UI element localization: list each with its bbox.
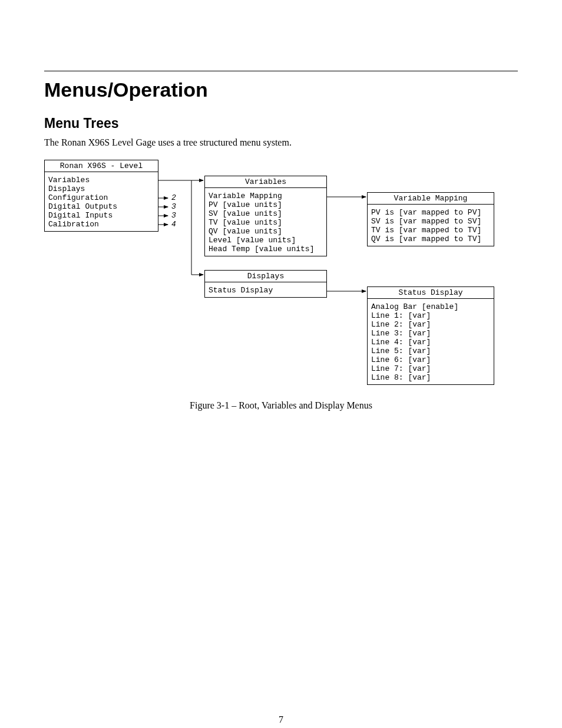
variables-item-pv: PV [value units] — [209, 200, 323, 209]
displays-menu-box: Displays Status Display — [204, 270, 327, 298]
root-menu-title: Ronan X96S - Level — [45, 160, 158, 172]
section-title: Menu Trees — [44, 116, 518, 131]
varmap-tv: TV is [var mapped to TV] — [371, 226, 490, 235]
variables-item-level: Level [value units] — [209, 236, 323, 245]
intro-text: The Ronan X96S Level Gage uses a tree st… — [44, 137, 518, 148]
root-annot-3b: 3 — [171, 211, 176, 220]
status-line-1: Line 1: [var] — [371, 311, 490, 320]
root-annot-2: 2 — [171, 193, 176, 202]
varmap-pv: PV is [var mapped to PV] — [371, 208, 490, 217]
status-line-8: Line 8: [var] — [371, 373, 490, 382]
figure-menu-tree: Ronan X96S - Level Variables Displays Co… — [44, 160, 515, 390]
displays-item-status: Status Display — [209, 286, 323, 295]
root-item-calibration: Calibration — [48, 220, 154, 229]
root-annot-4: 4 — [171, 220, 176, 229]
root-item-digital-outputs: Digital Outputs — [48, 202, 154, 211]
varmap-sv: SV is [var mapped to SV] — [371, 217, 490, 226]
varmap-qv: QV is [var mapped to TV] — [371, 235, 490, 243]
page-number: 7 — [0, 714, 562, 725]
status-line-7: Line 7: [var] — [371, 364, 490, 373]
variable-mapping-box: Variable Mapping PV is [var mapped to PV… — [367, 192, 494, 246]
variables-menu-title: Variables — [205, 176, 326, 188]
status-line-4: Line 4: [var] — [371, 338, 490, 347]
chapter-title: Menus/Operation — [44, 78, 518, 101]
displays-menu-title: Displays — [205, 271, 326, 282]
root-item-variables: Variables — [48, 176, 154, 185]
root-item-digital-inputs: Digital Inputs — [48, 211, 154, 220]
variables-item-sv: SV [value units] — [209, 209, 323, 218]
figure-caption: Figure 3-1 – Root, Variables and Display… — [44, 400, 518, 411]
variables-item-qv: QV [value units] — [209, 227, 323, 236]
root-menu-box: Ronan X96S - Level Variables Displays Co… — [44, 160, 158, 232]
variables-item-mapping: Variable Mapping — [209, 192, 323, 200]
variables-item-tv: TV [value units] — [209, 218, 323, 227]
root-annot-3a: 3 — [171, 202, 176, 211]
status-display-box: Status Display Analog Bar [enable] Line … — [367, 286, 494, 385]
root-item-displays: Displays — [48, 185, 154, 193]
status-line-5: Line 5: [var] — [371, 347, 490, 355]
status-display-title: Status Display — [368, 287, 494, 299]
status-line-2: Line 2: [var] — [371, 320, 490, 329]
status-line-3: Line 3: [var] — [371, 329, 490, 338]
variable-mapping-title: Variable Mapping — [368, 193, 494, 205]
variables-item-headtemp: Head Temp [value units] — [209, 245, 323, 253]
variables-menu-box: Variables Variable Mapping PV [value uni… — [204, 176, 327, 256]
status-line-6: Line 6: [var] — [371, 355, 490, 364]
status-analog-bar: Analog Bar [enable] — [371, 302, 490, 311]
root-item-configuration: Configuration — [48, 193, 154, 202]
